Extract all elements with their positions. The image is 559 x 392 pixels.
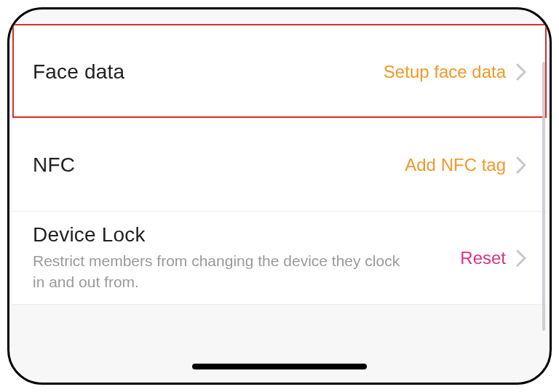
row-device-lock-subtitle: Restrict members from changing the devic… <box>33 251 411 292</box>
device-lock-reset-action[interactable]: Reset <box>460 248 506 268</box>
settings-list: Face data Setup face data NFC Add NFC ta… <box>12 25 547 351</box>
row-nfc-left: NFC <box>33 153 405 177</box>
row-face-data[interactable]: Face data Setup face data <box>12 25 547 119</box>
row-nfc-title: NFC <box>33 153 405 177</box>
face-data-action[interactable]: Setup face data <box>384 62 506 82</box>
row-nfc[interactable]: NFC Add NFC tag <box>12 119 547 212</box>
row-device-lock-left: Device Lock Restrict members from changi… <box>33 223 460 292</box>
row-face-data-right: Setup face data <box>384 62 526 82</box>
chevron-right-icon <box>516 249 526 267</box>
row-device-lock-title: Device Lock <box>33 223 460 247</box>
row-face-data-title: Face data <box>33 60 384 84</box>
row-nfc-right: Add NFC tag <box>405 155 526 175</box>
row-device-lock[interactable]: Device Lock Restrict members from changi… <box>12 212 547 305</box>
nfc-action[interactable]: Add NFC tag <box>405 155 506 175</box>
device-frame: Face data Setup face data NFC Add NFC ta… <box>7 7 552 385</box>
scrollbar[interactable] <box>542 62 545 331</box>
home-indicator[interactable] <box>192 364 367 369</box>
chevron-right-icon <box>516 63 526 81</box>
row-face-data-left: Face data <box>33 60 384 84</box>
row-device-lock-right: Reset <box>460 248 526 268</box>
chevron-right-icon <box>516 156 526 174</box>
